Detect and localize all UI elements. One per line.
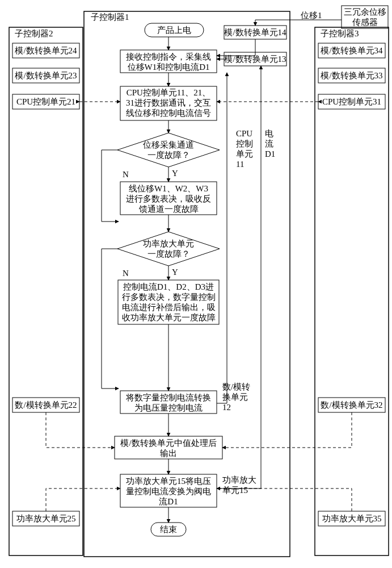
amp-l2: 量控制电流变换为阀电	[126, 487, 211, 496]
cpu-label-l2: 控制	[236, 139, 253, 148]
cpu-label-l3: 单元	[236, 149, 253, 158]
vote1-l2: 进行多数表决，吸收反	[126, 194, 211, 203]
d1-l3: D1	[265, 149, 275, 158]
sensor-block: 三冗余位移 传感器	[342, 6, 388, 28]
adc23: 模/数转换单元23	[15, 71, 77, 80]
dac22: 数/模转换单元22	[15, 400, 77, 410]
title-ctrl3: 子控制器3	[321, 29, 359, 38]
d1-l1: 电	[265, 129, 273, 138]
amp-l1: 功率放大单元15将电压	[126, 477, 211, 486]
start: 产品上电	[157, 26, 191, 35]
vote2-l2: 行多数表决，数字量控制	[122, 293, 216, 302]
amp25: 功率放大单元25	[16, 514, 76, 523]
cpu21: CPU控制单元21	[16, 97, 75, 106]
dec2-n: N	[123, 269, 129, 278]
comm-l2: 31进行数据通讯，交互	[126, 98, 211, 107]
comm-l1: CPU控制单元11、21、	[127, 88, 211, 97]
cpu31: CPU控制单元31	[322, 97, 381, 106]
adc24: 模/数转换单元24	[15, 46, 77, 55]
dac-l2: 为电压量控制电流	[134, 403, 203, 412]
vote2-l1: 控制电流D1、D2、D3进	[123, 282, 214, 291]
median-l1: 模/数转换单元中值处理后	[120, 438, 216, 448]
end: 结束	[160, 525, 177, 534]
adc34: 模/数转换单元34	[321, 46, 383, 55]
median-l2: 输出	[160, 449, 177, 458]
vote2-l3: 电流进行补偿后输出，吸	[122, 303, 216, 312]
amp35: 功率放大单元35	[322, 514, 382, 523]
dac-l1: 将数字量控制电流转换	[125, 393, 211, 402]
dec1-l1: 位移采集通道	[143, 140, 194, 149]
sensor-line2: 传感器	[352, 18, 378, 27]
vote1-l1: 线位移W1、W2、W3	[129, 184, 208, 193]
recv-l1: 接收控制指令，采集线	[126, 52, 211, 61]
amp-label-l2: 单元15	[222, 486, 248, 495]
container-ctrl3	[315, 27, 389, 556]
adc33: 模/数转换单元33	[321, 71, 382, 80]
dac-label-l3: 12	[222, 403, 231, 412]
diagram-canvas: 子控制器1 子控制器2 子控制器3 三冗余位移 传感器 位移1 模/数转换单元2…	[0, 0, 392, 568]
sensor-out-label: 位移1	[301, 11, 322, 20]
dac-label-l2: 换单元	[222, 392, 248, 402]
title-ctrl2: 子控制器2	[15, 29, 53, 38]
adc14: 模/数转换单元14	[224, 28, 286, 37]
sensor-line1: 三冗余位移	[344, 7, 386, 16]
container-ctrl2	[9, 27, 83, 556]
d1-l2: 流	[265, 139, 273, 148]
recv-l2: 位移W1和控制电流D1	[128, 62, 210, 72]
cpu-label-l4: 11	[236, 160, 244, 169]
vote1-l3: 馈通道一度故障	[138, 204, 199, 214]
dec1-n: N	[123, 170, 129, 179]
dec2-l1: 功率放大单元	[143, 239, 194, 248]
comm-l3: 线位移和控制电流信号	[126, 108, 211, 118]
dec2-y: Y	[172, 268, 178, 277]
amp-l3: 流D1	[159, 497, 178, 506]
dac32: 数/模转换单元32	[321, 400, 382, 410]
cpu-label-l1: CPU	[236, 129, 252, 138]
vote2-l4: 收功率放大单元一度故障	[122, 313, 216, 322]
dec1-l2: 一度故障？	[147, 151, 190, 160]
dec1-y: Y	[172, 169, 178, 178]
title-ctrl1: 子控制器1	[91, 12, 129, 22]
dec2-l2: 一度故障？	[147, 249, 190, 258]
amp-label-l1: 功率放大	[222, 475, 256, 485]
dac-label-l1: 数/模转	[222, 382, 250, 391]
